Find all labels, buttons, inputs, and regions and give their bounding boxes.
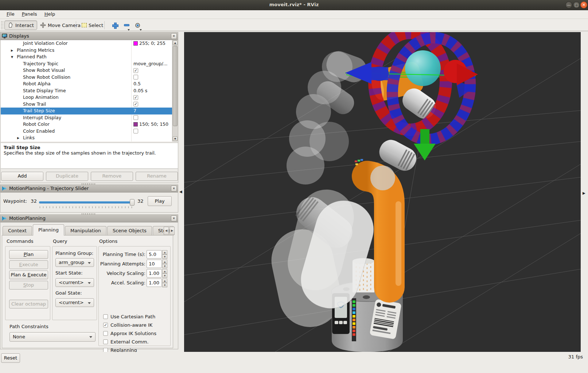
checkbox-checked-icon[interactable]: ✓ xyxy=(133,102,138,106)
tab-scroll-left-icon[interactable]: ◀ xyxy=(164,227,169,235)
spinbox-value[interactable]: 1.00 xyxy=(147,269,162,277)
tab-manipulation[interactable]: Manipulation xyxy=(65,226,106,236)
motion-planning-header[interactable]: MotionPlanning ✕ xyxy=(0,215,178,222)
select-tool-button[interactable]: Select xyxy=(79,20,106,30)
tree-row-planned-path[interactable]: ▼Planned Path xyxy=(1,54,178,61)
tree-row-trajectory-topic[interactable]: Trajectory Topicmove_group/... xyxy=(1,61,178,67)
spinbox-arrows[interactable]: ▲▼ xyxy=(162,279,167,287)
spinbox-arrows[interactable]: ▲▼ xyxy=(162,260,167,268)
collapse-arrow-icon[interactable]: ▼ xyxy=(11,54,13,61)
plan-execute-button[interactable]: Plan & Execute xyxy=(9,271,48,279)
scrollbar-thumb[interactable] xyxy=(173,46,178,126)
property-value[interactable] xyxy=(131,54,172,61)
spinbox-arrows[interactable]: ▲▼ xyxy=(162,269,167,277)
close-button[interactable]: ✕ xyxy=(580,1,587,8)
goal-state-select[interactable]: <current> xyxy=(55,298,94,307)
tree-row-loop-animation[interactable]: Loop Animation✓ xyxy=(1,94,178,101)
collapse-right-icon[interactable]: ▶ xyxy=(583,191,585,195)
tree-row-show-robot-visual[interactable]: Show Robot Visual✓ xyxy=(1,67,178,74)
tree-row-trail-step-size[interactable]: Trail Step Size7 xyxy=(1,108,178,114)
scroll-up-icon[interactable]: ▲ xyxy=(173,40,178,45)
tree-row-planning-metrics[interactable]: ▶Planning Metrics xyxy=(1,47,178,54)
checkbox-external-comm-[interactable]: External Comm. xyxy=(103,339,149,345)
property-value[interactable]: move_group/... xyxy=(131,61,172,67)
focus-dropdown-arrow[interactable] xyxy=(140,29,142,31)
property-value[interactable]: 7 xyxy=(131,108,172,114)
checkbox-approx-ik-solutions[interactable]: Approx IK Solutions xyxy=(103,331,156,336)
property-value[interactable]: 150; 50; 150 xyxy=(131,121,172,128)
tab-scene-objects[interactable]: Scene Objects xyxy=(107,226,152,236)
tree-row-joint-violation-color[interactable]: Joint Violation Color255; 0; 255 xyxy=(1,40,178,47)
spinbox[interactable]: 10▲▼ xyxy=(147,260,167,268)
checkbox-use-cartesian-path[interactable]: Use Cartesian Path xyxy=(103,314,155,319)
add-button[interactable]: Add xyxy=(1,172,43,181)
property-value[interactable] xyxy=(131,128,172,135)
tree-row-interrupt-display[interactable]: Interrupt Display xyxy=(1,114,178,121)
scroll-down-icon[interactable]: ▼ xyxy=(173,136,178,141)
checkbox-unchecked-icon[interactable] xyxy=(103,314,108,319)
menu-help[interactable]: Help xyxy=(41,10,59,18)
toolbar-grip[interactable] xyxy=(1,21,3,29)
waypoint-slider[interactable] xyxy=(39,200,135,205)
trajectory-slider-header[interactable]: MotionPlanning - Trajectory Slider ✕ xyxy=(0,185,178,193)
spinbox-arrows[interactable]: ▲▼ xyxy=(162,250,167,259)
plan-button[interactable]: Plan xyxy=(9,250,48,259)
spinbox-value[interactable]: 5.0 xyxy=(147,250,162,259)
displays-panel-header[interactable]: Displays ✕ xyxy=(0,32,178,40)
zoom-out-tool-button[interactable] xyxy=(121,20,132,30)
checkbox-checked-icon[interactable]: ✓ xyxy=(103,323,108,327)
tree-row-color-enabled[interactable]: Color Enabled xyxy=(1,128,178,135)
property-value[interactable]: 0.05 s xyxy=(131,88,172,94)
menu-file[interactable]: File xyxy=(3,10,18,18)
zoom-out-dropdown-arrow[interactable] xyxy=(128,29,130,31)
property-value[interactable]: ✓ xyxy=(131,101,172,108)
checkbox-unchecked-icon[interactable] xyxy=(103,339,108,344)
displays-scrollbar[interactable]: ▲ ▼ xyxy=(172,40,178,141)
spinbox-value[interactable]: 10 xyxy=(147,260,162,268)
property-value[interactable] xyxy=(131,135,172,141)
3d-viewport[interactable] xyxy=(184,32,581,352)
color-swatch[interactable] xyxy=(133,41,138,46)
motion-planning-close-icon[interactable]: ✕ xyxy=(171,215,177,221)
checkbox-unchecked-icon[interactable] xyxy=(133,75,138,79)
tree-row-robot-alpha[interactable]: Robot Alpha0.5 xyxy=(1,81,178,88)
tree-row-show-robot-collision[interactable]: Show Robot Collision xyxy=(1,74,178,81)
tab-scroll-right-icon[interactable]: ▶ xyxy=(170,227,175,235)
right-splitter[interactable]: ▶ xyxy=(581,32,588,352)
path-constraints-select[interactable]: None xyxy=(9,332,96,342)
play-button[interactable]: Play xyxy=(148,196,172,206)
interact-tool-button[interactable]: Interact xyxy=(4,20,37,30)
checkbox-unchecked-icon[interactable] xyxy=(133,115,138,120)
zoom-in-tool-button[interactable] xyxy=(109,20,121,30)
expand-arrow-icon[interactable]: ▶ xyxy=(17,135,19,141)
property-value[interactable] xyxy=(131,47,172,54)
planning-group-select[interactable]: arm_group xyxy=(55,258,94,267)
property-value[interactable]: ✓ xyxy=(131,67,172,74)
color-swatch[interactable] xyxy=(133,122,138,127)
checkbox-collision-aware-ik[interactable]: ✓Collision-aware IK xyxy=(103,322,152,328)
start-state-select[interactable]: <current> xyxy=(55,278,94,287)
property-value[interactable]: ✓ xyxy=(131,94,172,101)
left-splitter[interactable]: ◀ xyxy=(178,32,184,352)
tree-row-state-display-time[interactable]: State Display Time0.05 s xyxy=(1,88,178,94)
spinbox-value[interactable]: 1.00 xyxy=(147,279,162,287)
spinbox[interactable]: 5.0▲▼ xyxy=(147,250,167,259)
property-value[interactable]: 255; 0; 255 xyxy=(131,40,172,47)
reset-button[interactable]: Reset xyxy=(1,353,20,363)
checkbox-unchecked-icon[interactable] xyxy=(103,331,108,336)
checkbox-unchecked-icon[interactable] xyxy=(133,129,138,133)
property-value[interactable]: 0.5 xyxy=(131,81,172,88)
tab-planning[interactable]: Planning xyxy=(33,224,64,236)
slider-handle[interactable] xyxy=(130,199,135,206)
property-value[interactable] xyxy=(131,74,172,81)
tree-row-robot-color[interactable]: Robot Color150; 50; 150 xyxy=(1,121,178,128)
spinbox[interactable]: 1.00▲▼ xyxy=(147,279,167,287)
menu-panels[interactable]: Panels xyxy=(18,10,41,18)
maximize-button[interactable]: ▢ xyxy=(573,1,580,8)
trajectory-slider-close-icon[interactable]: ✕ xyxy=(171,186,177,191)
property-value[interactable] xyxy=(131,114,172,121)
displays-close-icon[interactable]: ✕ xyxy=(171,33,177,39)
move-camera-tool-button[interactable]: Move Camera xyxy=(37,20,83,30)
focus-camera-tool-button[interactable] xyxy=(132,20,143,30)
checkbox-checked-icon[interactable]: ✓ xyxy=(133,95,138,100)
